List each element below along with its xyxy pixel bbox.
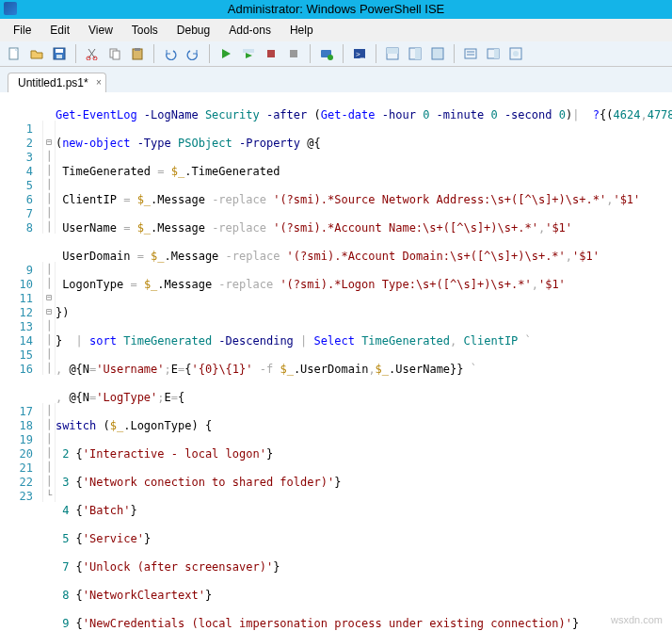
tab-script[interactable]: Untitled1.ps1* ×: [8, 73, 106, 92]
code-area[interactable]: Get-EventLog -LogName Security -after (G…: [56, 92, 672, 631]
window-title: Administrator: Windows PowerShell ISE: [228, 2, 444, 16]
menu-debug[interactable]: Debug: [168, 21, 219, 40]
line-gutter: 12345678 910111213141516 17181920212223: [0, 92, 42, 631]
cut-icon[interactable]: [82, 43, 103, 64]
new-remote-icon[interactable]: [316, 43, 337, 64]
tab-bar: Untitled1.ps1* ×: [0, 67, 672, 92]
svg-rect-18: [387, 48, 398, 54]
open-icon[interactable]: [26, 43, 47, 64]
watermark: wsxdn.com: [611, 614, 663, 625]
show-command-icon[interactable]: [460, 43, 481, 64]
toolbar: >_: [0, 41, 672, 67]
tab-label: Untitled1.ps1*: [18, 76, 88, 89]
svg-rect-10: [243, 49, 254, 53]
copy-icon[interactable]: [104, 43, 125, 64]
svg-point-28: [513, 51, 519, 57]
window-titlebar: Administrator: Windows PowerShell ISE: [0, 0, 672, 19]
menu-tools[interactable]: Tools: [122, 21, 168, 40]
svg-rect-22: [465, 49, 476, 58]
svg-rect-7: [113, 51, 120, 59]
svg-rect-9: [135, 48, 140, 51]
script-editor[interactable]: 12345678 910111213141516 17181920212223 …: [0, 92, 672, 631]
svg-point-14: [328, 55, 333, 60]
menu-addons[interactable]: Add-ons: [219, 21, 280, 40]
redo-icon[interactable]: [183, 43, 203, 64]
menu-view[interactable]: View: [79, 21, 122, 40]
svg-rect-26: [494, 49, 499, 58]
menu-help[interactable]: Help: [280, 21, 323, 40]
svg-rect-3: [56, 55, 62, 58]
svg-rect-21: [432, 48, 443, 59]
paste-icon[interactable]: [127, 43, 148, 64]
svg-rect-2: [56, 49, 63, 53]
show-command-addon-icon[interactable]: [483, 43, 504, 64]
show-script-max-icon[interactable]: [427, 43, 448, 64]
svg-rect-20: [415, 48, 421, 59]
options-icon[interactable]: [505, 43, 526, 64]
new-icon[interactable]: [4, 43, 24, 64]
svg-rect-12: [290, 50, 297, 57]
show-script-right-icon[interactable]: [405, 43, 425, 64]
stop-icon[interactable]: [261, 43, 281, 64]
menu-edit[interactable]: Edit: [40, 21, 79, 40]
svg-rect-11: [267, 50, 275, 57]
svg-text:>_: >_: [356, 50, 365, 58]
undo-icon[interactable]: [160, 43, 181, 64]
menu-bar: File Edit View Tools Debug Add-ons Help: [0, 19, 672, 41]
menu-file[interactable]: File: [4, 21, 40, 40]
stop-debug-icon[interactable]: [283, 43, 304, 64]
run-selection-icon[interactable]: [238, 43, 259, 64]
start-powershell-icon[interactable]: >_: [349, 43, 370, 64]
run-icon[interactable]: [216, 43, 236, 64]
save-icon[interactable]: [49, 43, 70, 64]
fold-column[interactable]: ⊟││││││ ││⊟⊟││││ ││││││└: [42, 92, 56, 631]
app-icon: [4, 2, 17, 15]
show-script-top-icon[interactable]: [382, 43, 403, 64]
close-icon[interactable]: ×: [96, 77, 102, 88]
